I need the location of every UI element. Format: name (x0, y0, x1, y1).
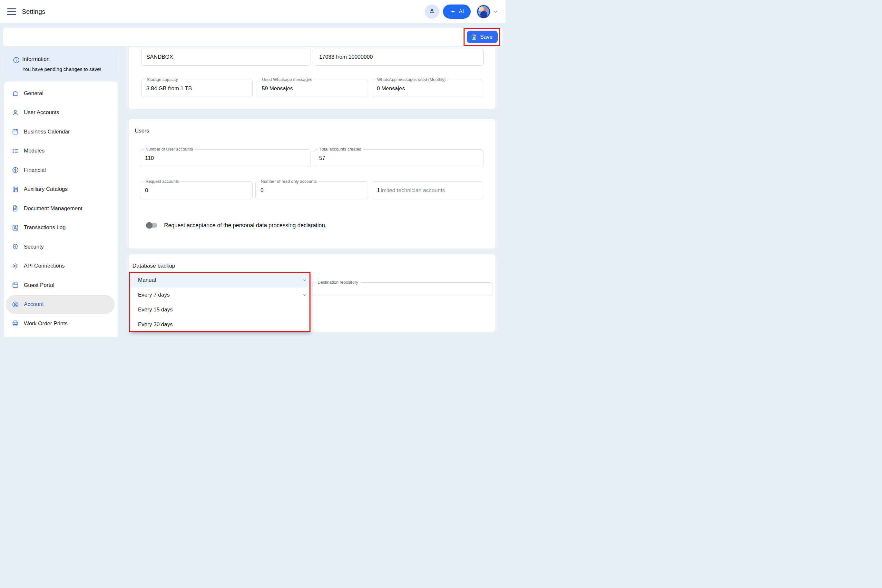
dropdown-option-manual[interactable]: Manual (130, 273, 310, 288)
sidebar-item-guest-portal[interactable]: Guest Portal (4, 276, 118, 295)
sidebar-item-label: Auxiliary Catalogs (24, 186, 68, 192)
storage-capacity-field[interactable]: Storage capacity 3.84 GB from 1 TB (141, 80, 253, 98)
info-title: Information (22, 56, 50, 63)
toggle-label: Request acceptance of the personal data … (164, 222, 327, 229)
save-button[interactable]: Save (467, 31, 498, 43)
menu-icon[interactable] (7, 8, 16, 15)
sidebar-item-label: Financial (24, 167, 46, 173)
sidebar-item-label: Guest Portal (24, 282, 54, 288)
dollar-icon (12, 166, 19, 174)
select-caret-icon (302, 278, 307, 283)
field-label: Used Whatsapp messages (261, 77, 314, 82)
sidebar-item-api-connections[interactable]: API Connections (4, 256, 118, 276)
sidebar-item-label: API Connections (24, 263, 65, 269)
dropdown-option-every-15-days[interactable]: Every 15 days (130, 302, 310, 317)
request-accounts-field[interactable]: Request accounts 0 (140, 182, 253, 199)
field-value: 1 (377, 187, 380, 194)
sidebar-item-business-calendar[interactable]: Business Calendar (4, 122, 118, 141)
limited-technician-accounts-field[interactable]: 1Limited technician accounts (372, 182, 483, 199)
sidebar-item-financial[interactable]: Financial (4, 160, 118, 180)
sidebar-item-label: Security (24, 244, 44, 250)
field-value: 0 (145, 187, 148, 194)
whatsapp-monthly-field[interactable]: WhatsApp messages used (Monthly) 0 Mensa… (372, 80, 483, 98)
shield-icon (12, 243, 19, 250)
toggle-thumb (146, 222, 153, 228)
save-icon (471, 34, 477, 40)
sidebar-item-account[interactable]: Account (6, 295, 115, 314)
whatsapp-used-field[interactable]: Used Whatsapp messages 59 Mensajes (256, 80, 368, 98)
calendar-icon (12, 128, 19, 135)
field-label: Number of read only accounts (259, 179, 318, 184)
sidebar-item-label: User Accounts (24, 109, 59, 116)
rocket-button[interactable] (425, 4, 439, 19)
page-title: Settings (22, 8, 45, 15)
field-label: Total accounts created (318, 147, 363, 152)
sidebar-item-work-order-prints[interactable]: Work Order Prints (4, 314, 118, 333)
field-value: 59 Mensajes (262, 86, 293, 92)
dropdown-option-every-30-days[interactable]: Every 30 days (130, 317, 310, 332)
plan-field[interactable]: SANDBOX (141, 48, 310, 66)
rocket-icon (428, 8, 436, 15)
book-icon (12, 186, 19, 193)
info-banner: Information You have pending changes to … (4, 50, 118, 78)
info-message: You have pending changes to save! (22, 66, 101, 72)
info-icon (13, 56, 20, 64)
database-backup-title: Database backup (132, 263, 175, 269)
field-label: Destination repository (316, 280, 360, 285)
sidebar-item-label: Business Calendar (24, 129, 70, 135)
data-processing-toggle[interactable] (146, 222, 158, 229)
backup-frequency-dropdown: Manual Every 7 days Every 15 days Every … (130, 273, 310, 332)
sidebar-item-modules[interactable]: Modules (4, 141, 118, 161)
sidebar-item-document-management[interactable]: Document Management (4, 199, 118, 218)
total-accounts-created-field[interactable]: Total accounts created 57 (314, 149, 484, 167)
user-icon (12, 109, 19, 116)
ai-label: AI (459, 8, 464, 15)
save-label: Save (480, 34, 493, 40)
select-caret-icon (302, 292, 307, 297)
sidebar-item-label: Account (24, 301, 44, 308)
field-value: 0 (261, 187, 263, 194)
account-plan-card: SANDBOX 17033 from 10000000 Storage capa… (128, 47, 496, 110)
database-backup-card: Database backup Destination repository M… (128, 254, 496, 332)
sidebar-item-auxiliary-catalogs[interactable]: Auxiliary Catalogs (4, 180, 118, 199)
field-value: 0 Mensajes (377, 86, 405, 92)
field-inline-label: Limited technician accounts (378, 187, 445, 194)
transactions-icon (12, 224, 19, 231)
checklist-icon (12, 147, 19, 155)
dropdown-option-every-7-days[interactable]: Every 7 days (130, 288, 310, 302)
home-icon (12, 90, 19, 97)
option-label: Every 15 days (138, 307, 173, 313)
chevron-down-icon[interactable] (493, 9, 498, 15)
avatar[interactable] (477, 4, 490, 19)
field-label: Storage capacity (145, 77, 180, 82)
number-user-accounts-field[interactable]: Number of User accounts 110 (140, 149, 310, 167)
field-label: Request accounts (144, 179, 180, 184)
destination-repository-field[interactable]: Destination repository (312, 282, 493, 296)
field-label: Number of User accounts (144, 147, 194, 152)
sidebar-item-security[interactable]: Security (4, 237, 118, 256)
sidebar-item-user-accounts[interactable]: User Accounts (4, 103, 118, 123)
portal-icon (12, 281, 19, 289)
sidebar-item-transactions-log[interactable]: Transactions Log (4, 218, 118, 238)
option-label: Every 30 days (138, 321, 173, 328)
ai-button[interactable]: AI (443, 4, 471, 19)
printer-icon (12, 320, 19, 327)
document-icon (12, 205, 19, 212)
sidebar-item-label: Work Order Prints (24, 320, 68, 327)
field-value: 3.84 GB from 1 TB (146, 86, 192, 92)
read-only-accounts-field[interactable]: Number of read only accounts 0 (255, 182, 368, 199)
sidebar-item-label: Transactions Log (24, 224, 66, 231)
contracts-field[interactable]: 17033 from 10000000 (314, 48, 483, 66)
field-label: WhatsApp messages used (Monthly) (375, 77, 447, 82)
app-header: Settings AI (0, 0, 506, 23)
account-icon (12, 301, 19, 308)
users-title: Users (135, 128, 149, 134)
sidebar-item-general[interactable]: General (4, 84, 118, 103)
sparkle-icon (450, 8, 456, 15)
sidebar-item-label: General (24, 90, 43, 97)
field-value: 110 (145, 155, 154, 162)
users-card: Users Number of User accounts 110 Total … (128, 118, 496, 249)
sidebar-item-label: Modules (24, 148, 45, 154)
actions-toolbar: Save (3, 28, 502, 46)
option-label: Manual (138, 277, 156, 284)
